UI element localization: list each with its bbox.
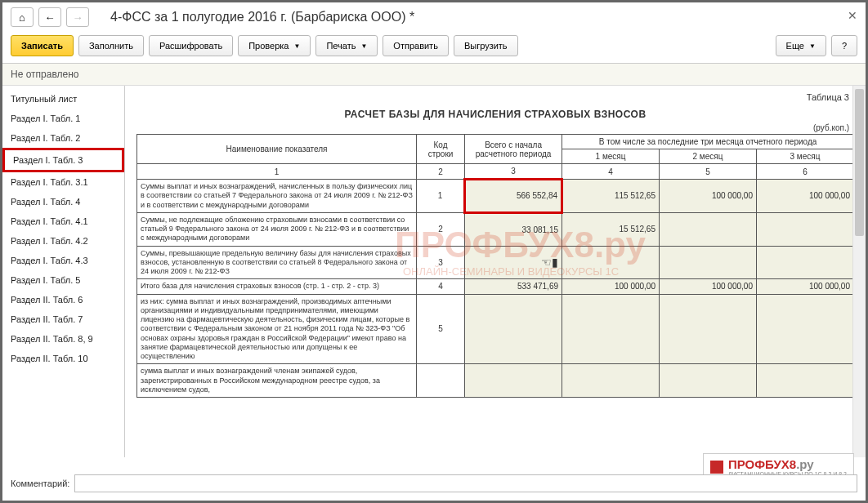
back-button[interactable]: ← <box>38 7 61 27</box>
cell-code: 4 <box>417 279 465 294</box>
cell-m2[interactable] <box>660 364 757 398</box>
cell-total[interactable]: ☜▮ <box>465 246 562 279</box>
report-content: Таблица 3 РАСЧЕТ БАЗЫ ДЛЯ НАЧИСЛЕНИЯ СТР… <box>125 86 866 457</box>
document-title: 4-ФСС за 1 полугодие 2016 г. (Барбариска… <box>110 10 414 24</box>
cell-total[interactable]: 33 081,15 <box>465 212 562 246</box>
cell-m3[interactable] <box>756 246 853 279</box>
print-button[interactable]: Печать▼ <box>315 35 378 56</box>
cell-code <box>417 364 465 398</box>
sidebar-item[interactable]: Титульный лист <box>2 89 124 109</box>
cell-m1[interactable] <box>562 364 660 398</box>
comment-input[interactable] <box>74 474 857 492</box>
cell-code: 1 <box>417 180 465 213</box>
cell-total[interactable] <box>465 364 562 398</box>
col-last3: В том числе за последние три месяца отче… <box>562 135 854 149</box>
cell-m2[interactable] <box>660 246 757 279</box>
sidebar-item[interactable]: Раздел I. Табл. 4.1 <box>2 211 124 231</box>
table-unit: (руб.коп.) <box>136 123 854 132</box>
close-icon[interactable]: ✕ <box>848 9 857 22</box>
sidebar-item[interactable]: Раздел II. Табл. 10 <box>2 349 124 368</box>
sidebar-item[interactable]: Раздел I. Табл. 2 <box>2 128 124 148</box>
sidebar-item[interactable]: Раздел II. Табл. 8, 9 <box>2 329 124 349</box>
cell-m1[interactable]: 15 512,65 <box>562 212 660 246</box>
brand-logo-icon <box>710 461 723 474</box>
calculation-table: Наименование показателя Код строки Всего… <box>136 134 854 398</box>
table-row: из них: сумма выплат и иных вознагражден… <box>137 294 854 364</box>
cell-total[interactable] <box>465 294 562 364</box>
col-m1: 1 месяц <box>562 149 660 164</box>
more-button[interactable]: Еще▼ <box>776 35 826 56</box>
cell-code: 2 <box>417 212 465 246</box>
sidebar-item[interactable]: Раздел I. Табл. 4.2 <box>2 231 124 251</box>
cell-m2[interactable] <box>660 294 757 364</box>
window-header: ⌂ ← → 4-ФСС за 1 полугодие 2016 г. (Барб… <box>2 2 866 32</box>
section-sidebar: Титульный листРаздел I. Табл. 1Раздел I.… <box>2 86 125 457</box>
cell-m3[interactable]: 100 000,00 <box>756 180 853 213</box>
table-row: Суммы, превышающие предельную величину б… <box>137 246 854 279</box>
check-button[interactable]: Проверка▼ <box>238 35 311 56</box>
chevron-down-icon: ▼ <box>809 42 816 50</box>
col-m3: 3 месяц <box>756 149 853 164</box>
export-button[interactable]: Выгрузить <box>454 35 518 56</box>
cell-m3[interactable] <box>756 294 853 364</box>
sidebar-item[interactable]: Раздел I. Табл. 1 <box>2 109 124 128</box>
col-number: 6 <box>756 164 853 180</box>
sidebar-item[interactable]: Раздел I. Табл. 4 <box>2 192 124 211</box>
col-code: Код строки <box>417 135 465 164</box>
table-row: сумма выплат и иных вознаграждений члена… <box>137 364 854 398</box>
sidebar-item[interactable]: Раздел I. Табл. 3.1 <box>2 172 124 192</box>
comment-footer: Комментарий: <box>11 474 857 492</box>
table-number: Таблица 3 <box>136 92 854 102</box>
col-m2: 2 месяц <box>660 149 757 164</box>
cell-m2[interactable]: 100 000,00 <box>660 180 757 213</box>
table-row: Итого база для начисления страховых взно… <box>137 279 854 294</box>
chevron-down-icon: ▼ <box>293 42 300 50</box>
forward-button: → <box>66 7 89 27</box>
sidebar-item[interactable]: Раздел I. Табл. 3 <box>2 148 124 172</box>
col-number: 3 <box>465 164 562 180</box>
save-button[interactable]: Записать <box>11 35 74 56</box>
cell-m1[interactable] <box>562 294 660 364</box>
cell-m1[interactable]: 100 000,00 <box>562 279 660 294</box>
sidebar-item[interactable]: Раздел I. Табл. 5 <box>2 270 124 290</box>
cell-m3[interactable] <box>756 212 853 246</box>
cell-m3[interactable] <box>756 364 853 398</box>
send-status: Не отправлено <box>2 64 866 86</box>
col-total: Всего с начала расчетного периода <box>465 135 562 164</box>
toolbar: Записать Заполнить Расшифровать Проверка… <box>2 32 866 64</box>
cell-desc: Суммы, превышающие предельную величину б… <box>137 246 417 279</box>
vertical-scrollbar[interactable] <box>852 86 866 457</box>
col-number: 2 <box>417 164 465 180</box>
fill-button[interactable]: Заполнить <box>78 35 144 56</box>
decode-button[interactable]: Расшифровать <box>149 35 233 56</box>
sidebar-item[interactable]: Раздел II. Табл. 7 <box>2 309 124 329</box>
cell-code: 5 <box>417 294 465 364</box>
send-button[interactable]: Отправить <box>383 35 449 56</box>
col-number: 5 <box>660 164 757 180</box>
sidebar-item[interactable]: Раздел II. Табл. 6 <box>2 290 124 309</box>
col-number: 4 <box>562 164 660 180</box>
sidebar-item[interactable]: Раздел I. Табл. 4.3 <box>2 251 124 270</box>
cell-total[interactable]: 566 552,84 <box>465 180 562 213</box>
comment-label: Комментарий: <box>11 479 69 488</box>
hand-pointer-icon: ☜▮ <box>468 256 558 269</box>
cell-m1[interactable] <box>562 246 660 279</box>
cell-desc: из них: сумма выплат и иных вознагражден… <box>137 294 417 364</box>
col-number: 1 <box>137 164 417 180</box>
table-row: Суммы выплат и иных вознаграждений, начи… <box>137 180 854 213</box>
table-caption: РАСЧЕТ БАЗЫ ДЛЯ НАЧИСЛЕНИЯ СТРАХОВЫХ ВЗН… <box>136 109 854 120</box>
cell-m1[interactable]: 115 512,65 <box>562 180 660 213</box>
cell-desc: Суммы выплат и иных вознаграждений, начи… <box>137 180 417 213</box>
cell-m2[interactable] <box>660 212 757 246</box>
cell-m3[interactable]: 100 000,00 <box>756 279 853 294</box>
table-row: Суммы, не подлежащие обложению страховым… <box>137 212 854 246</box>
cell-code: 3 <box>417 246 465 279</box>
scrollbar-thumb[interactable] <box>855 89 864 236</box>
cell-total[interactable]: 533 471,69 <box>465 279 562 294</box>
home-button[interactable]: ⌂ <box>11 7 34 27</box>
cell-desc: сумма выплат и иных вознаграждений члена… <box>137 364 417 398</box>
cell-desc: Итого база для начисления страховых взно… <box>137 279 417 294</box>
chevron-down-icon: ▼ <box>360 42 367 50</box>
cell-m2[interactable]: 100 000,00 <box>660 279 757 294</box>
help-button[interactable]: ? <box>831 35 857 56</box>
